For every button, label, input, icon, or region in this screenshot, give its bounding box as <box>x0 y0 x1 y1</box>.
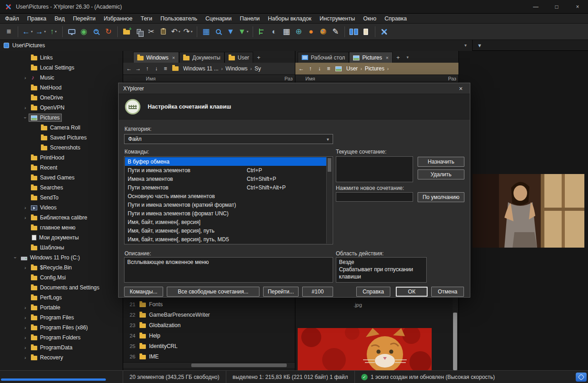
expand-arrow-icon[interactable]: › <box>13 254 18 261</box>
tree-item[interactable]: Шаблоны <box>0 243 123 253</box>
expand-arrow-icon[interactable]: › <box>23 114 28 121</box>
tab-close-icon[interactable]: × <box>172 55 175 60</box>
command-row[interactable]: В буфер обмена <box>125 157 332 166</box>
tab-close-icon[interactable]: × <box>386 55 389 60</box>
file-row[interactable]: 26IME <box>123 351 295 362</box>
help-button[interactable]: Справка <box>356 287 390 297</box>
toolbar-paste-button[interactable] <box>157 25 169 38</box>
tree-item[interactable]: Saved Games <box>0 173 123 183</box>
scrollbar-thumb[interactable] <box>191 363 287 367</box>
menu-item-view[interactable]: Вид <box>50 14 69 24</box>
expand-arrow-icon[interactable]: › <box>22 335 29 340</box>
toolbar-goto-location-button[interactable]: ◉ <box>78 25 90 38</box>
listbox-scrollbar[interactable] <box>326 157 332 244</box>
tree-item[interactable]: Links <box>0 53 123 63</box>
number-button[interactable]: #100 <box>302 287 333 297</box>
file-row[interactable]: 21Fonts <box>123 299 295 309</box>
toolbar-tiles-view-button[interactable]: ▦ <box>200 25 212 38</box>
breadcrumb-segment[interactable]: Sy <box>253 65 263 72</box>
menu-item-panes[interactable]: Панели <box>236 14 264 24</box>
expand-arrow-icon[interactable]: › <box>22 305 29 310</box>
nav-forward-button[interactable]: → <box>134 65 142 72</box>
address-filter-icon[interactable]: ▼ <box>473 43 487 48</box>
photo-thumbnail-cat[interactable] <box>298 328 432 370</box>
new-tab-button[interactable]: + <box>253 52 264 63</box>
expand-arrow-icon[interactable]: › <box>22 205 29 210</box>
toolbar-customize-button[interactable] <box>378 25 390 38</box>
expand-arrow-icon[interactable]: › <box>22 105 29 110</box>
expand-arrow-icon[interactable]: › <box>22 345 29 350</box>
expand-arrow-icon[interactable]: › <box>22 355 29 360</box>
menu-item-help[interactable]: Справка <box>380 14 411 24</box>
menu-item-tabsets[interactable]: Наборы вкладок <box>264 14 315 24</box>
tree-item[interactable]: Local Settings <box>0 63 123 73</box>
assign-button[interactable]: Назначить <box>418 157 464 167</box>
nav-up-button[interactable]: ↑ <box>143 65 151 72</box>
toolbar-cut-button[interactable]: ✂ <box>145 25 157 38</box>
tree-item[interactable]: ›Библиотека calibre <box>0 213 123 223</box>
tree-item[interactable]: Documents and Settings <box>0 283 123 293</box>
left-column-header[interactable]: Имя Раз <box>123 75 295 82</box>
tree-item[interactable]: ›Music <box>0 73 123 83</box>
tree-item[interactable]: главное меню <box>0 223 123 233</box>
tree-horizontal-scrollbar[interactable] <box>0 371 123 383</box>
address-dropdown-icon[interactable]: ▾ <box>463 43 468 48</box>
tree-item[interactable]: ›Program Files (x86) <box>0 323 123 333</box>
nav-down-button[interactable]: ↓ <box>315 65 324 72</box>
command-row[interactable]: Пути элементовCtrl+Shift+Alt+P <box>125 183 326 192</box>
expand-arrow-icon[interactable]: › <box>22 265 29 270</box>
tree-item[interactable]: ›Recovery <box>0 353 123 363</box>
tree-item[interactable]: Мои документы <box>0 233 123 243</box>
file-row[interactable]: 23Globalization <box>123 320 295 330</box>
tree-item[interactable]: NetHood <box>0 83 123 93</box>
menu-item-user[interactable]: Пользователь <box>156 14 201 24</box>
menu-item-edit[interactable]: Правка <box>23 14 50 24</box>
free-shortcuts-button[interactable]: Все свободные сочетания... <box>167 287 259 297</box>
menu-item-favorites[interactable]: Избранное <box>100 14 136 24</box>
tree-item[interactable]: ›ProgramData <box>0 343 123 353</box>
tree-item[interactable]: Recent <box>0 163 123 173</box>
nav-up-button[interactable]: ↑ <box>306 65 314 72</box>
dialog-title-bar[interactable]: XYplorer × <box>119 83 470 94</box>
expand-arrow-icon[interactable]: › <box>22 315 29 320</box>
tab-pictures[interactable]: Pictures× <box>349 52 393 63</box>
breadcrumb-segment[interactable]: Pictures <box>363 65 386 72</box>
toolbar-menu-toggle-button[interactable]: ≡ <box>3 25 15 38</box>
menu-item-file[interactable]: Файл <box>1 14 23 24</box>
tree-item[interactable]: ›Videos <box>0 203 123 213</box>
toolbar-up-button[interactable]: ↑▾ <box>47 25 60 38</box>
tree-item[interactable]: SendTo <box>0 193 123 203</box>
cancel-button[interactable]: Отмена <box>431 287 464 297</box>
nav-menu-button[interactable]: ≡ <box>161 65 169 72</box>
tree-item[interactable]: ›Pictures <box>0 113 123 123</box>
toolbar-brush-button[interactable]: ✎ <box>329 25 342 38</box>
nav-menu-button[interactable]: ≡ <box>324 65 333 72</box>
tree-item[interactable]: ›OpenVPN <box>0 103 123 113</box>
tree-item[interactable]: Config.Msi <box>0 273 123 283</box>
file-row[interactable]: 25IdentityCRL <box>123 341 295 351</box>
command-row[interactable]: Имя, байт, изменен[, версия] <box>125 218 326 226</box>
new-shortcut-input[interactable] <box>336 192 413 202</box>
tree-item[interactable]: PerfLogs <box>0 293 123 303</box>
toolbar-forward-button[interactable]: →▾ <box>34 25 47 38</box>
tree-item[interactable]: Screenshots <box>0 143 123 153</box>
toolbar-refresh-button[interactable]: ↻ <box>102 25 115 38</box>
command-row[interactable]: Имя, байт, изменен[, версия], путь, MD5 <box>125 235 326 244</box>
toolbar-report-button[interactable]: ▦ <box>280 25 293 38</box>
expand-arrow-icon[interactable]: › <box>22 75 29 80</box>
tree-item[interactable]: Searches <box>0 183 123 193</box>
close-button[interactable]: × <box>567 0 588 14</box>
commands-button[interactable]: Команды... <box>124 287 163 297</box>
tree-item[interactable]: OneDrive <box>0 93 123 103</box>
menu-item-go[interactable]: Перейти <box>69 14 100 24</box>
goto-button[interactable]: Перейти... <box>263 287 299 297</box>
maximize-button[interactable]: □ <box>546 0 567 14</box>
toolbar-back-button[interactable]: ←▾ <box>21 25 34 38</box>
command-row[interactable]: Пути и имена элементов (краткий формат) <box>125 200 326 209</box>
expand-arrow-icon[interactable]: › <box>22 215 29 220</box>
tree-item[interactable]: ›Windows 11 Pro (C:) <box>0 253 123 263</box>
toolbar-ball-button[interactable]: ● <box>305 25 317 38</box>
category-select[interactable]: Файл <box>124 134 333 144</box>
tree-item[interactable]: PrintHood <box>0 153 123 163</box>
nav-back-button[interactable]: ← <box>125 65 133 72</box>
